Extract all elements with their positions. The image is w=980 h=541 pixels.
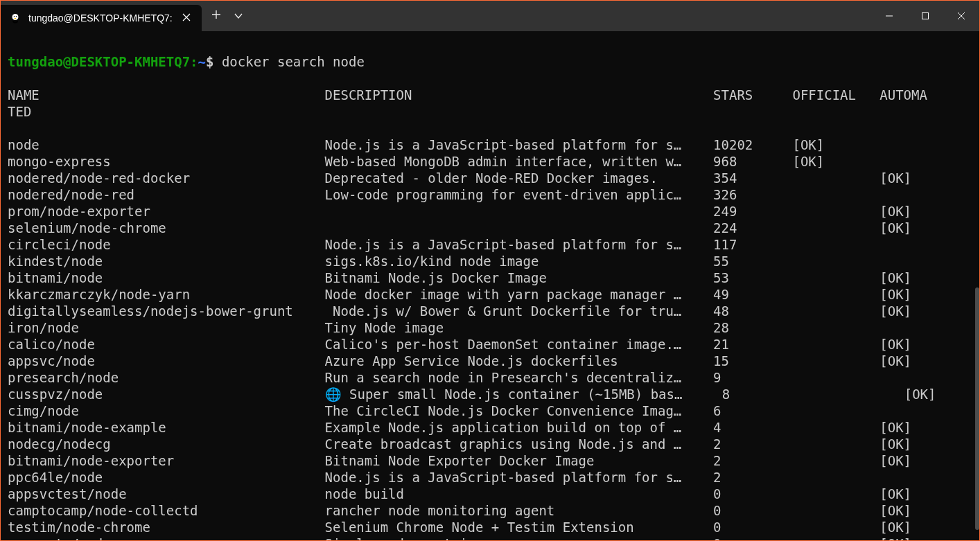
- table-row: kindest/node sigs.k8s.io/kind node image…: [8, 253, 972, 269]
- table-row: nodecg/nodecg Create broadcast graphics …: [8, 436, 972, 452]
- table-row: digitallyseamless/nodejs-bower-grunt Nod…: [8, 303, 972, 319]
- table-row: nodered/node-red Low-code programming fo…: [8, 186, 972, 203]
- table-row: iron/node Tiny Node image 28: [8, 319, 972, 336]
- tab-dropdown-button[interactable]: [234, 10, 243, 22]
- table-row: renovate/node Simple node container 0 [O…: [8, 535, 972, 540]
- table-row: selenium/node-chrome 224 [OK]: [8, 220, 972, 236]
- terminal-viewport[interactable]: tungdao@DESKTOP-KMHETQ7:~$ docker search…: [1, 31, 979, 540]
- table-row: circleci/node Node.js is a JavaScript-ba…: [8, 236, 972, 253]
- table-row: bitnami/node Bitnami Node.js Docker Imag…: [8, 269, 972, 286]
- svg-point-1: [14, 16, 15, 17]
- tabbar-actions: [202, 1, 253, 31]
- table-row: appsvctest/node node build 0 [OK]: [8, 486, 972, 502]
- minimize-button[interactable]: [871, 1, 907, 31]
- table-row: testim/node-chrome Selenium Chrome Node …: [8, 519, 972, 535]
- prompt-path: ~: [198, 54, 206, 69]
- prompt-line: tungdao@DESKTOP-KMHETQ7:~$ docker search…: [8, 53, 972, 70]
- prompt-user: tungdao@DESKTOP-KMHETQ7: [8, 54, 190, 69]
- close-tab-icon[interactable]: [180, 11, 193, 25]
- table-row: calico/node Calico's per-host DaemonSet …: [8, 336, 972, 353]
- table-row: appsvc/node Azure App Service Node.js do…: [8, 353, 972, 369]
- svg-rect-3: [922, 13, 929, 19]
- table-row: ppc64le/node Node.js is a JavaScript-bas…: [8, 469, 972, 486]
- table-row: presearch/node Run a search node in Pres…: [8, 369, 972, 386]
- window-close-button[interactable]: [943, 1, 979, 31]
- window-controls: [871, 1, 979, 31]
- table-row: cimg/node The CircleCI Node.js Docker Co…: [8, 402, 972, 419]
- table-row: node Node.js is a JavaScript-based platf…: [8, 136, 972, 153]
- entered-command: docker search node: [222, 54, 365, 69]
- linux-icon: [9, 12, 21, 24]
- new-tab-button[interactable]: [211, 10, 221, 22]
- table-row: prom/node-exporter 249 [OK]: [8, 203, 972, 220]
- table-row: cusspvz/node 🌐 Super small Node.js conta…: [8, 386, 972, 402]
- terminal-tab[interactable]: tungdao@DESKTOP-KMHETQ7:: [1, 5, 202, 31]
- svg-point-2: [16, 16, 17, 17]
- table-row: nodered/node-red-docker Deprecated - old…: [8, 170, 972, 186]
- table-row: mongo-express Web-based MongoDB admin in…: [8, 153, 972, 170]
- maximize-button[interactable]: [907, 1, 943, 31]
- scrollbar[interactable]: [975, 31, 979, 540]
- tab-title: tungdao@DESKTOP-KMHETQ7:: [28, 12, 173, 24]
- table-row: camptocamp/node-collectd rancher node mo…: [8, 502, 972, 519]
- table-header: NAME DESCRIPTION STARS OFFICIAL AUTOMA T…: [8, 87, 972, 120]
- titlebar-drag-region[interactable]: [253, 1, 871, 31]
- titlebar: tungdao@DESKTOP-KMHETQ7:: [1, 1, 979, 31]
- table-row: kkarczmarczyk/node-yarn Node docker imag…: [8, 286, 972, 303]
- search-results: node Node.js is a JavaScript-based platf…: [8, 136, 972, 540]
- prompt-dollar: $: [206, 54, 213, 69]
- scrollbar-thumb[interactable]: [975, 287, 979, 530]
- table-row: bitnami/node-example Example Node.js app…: [8, 419, 972, 436]
- table-row: bitnami/node-exporter Bitnami Node Expor…: [8, 452, 972, 469]
